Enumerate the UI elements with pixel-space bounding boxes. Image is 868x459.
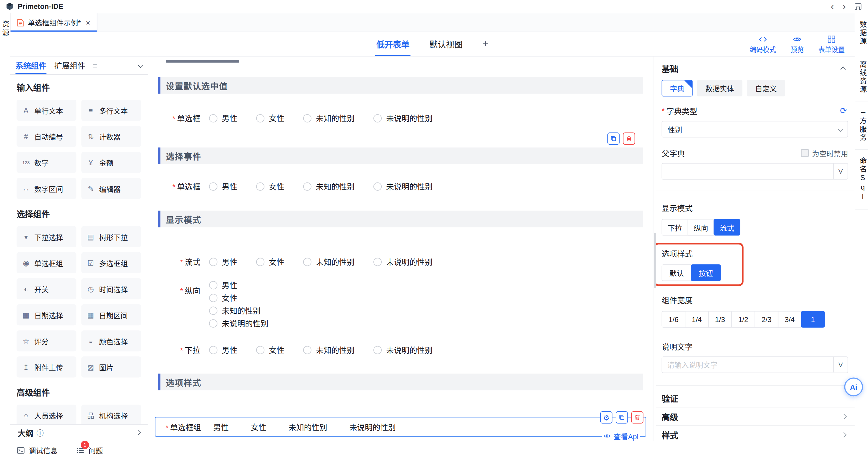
radio-field-row[interactable]: *单选框 男性 女性 未知的性别 未说明的性别 [158,109,643,127]
dict-type-select[interactable]: 性别 [662,121,848,138]
radio-option[interactable]: 未说明的性别 [373,113,433,124]
palette-item-number-range[interactable]: ⇔数字区间 [17,178,76,199]
resources-rail-label[interactable]: 资源 [0,20,11,37]
radio-option[interactable]: 未知的性别 [303,113,354,124]
outline-toggle[interactable]: 大纲 ⓘ [10,424,148,441]
radio-field-row-dropdown[interactable]: *下拉 男性 女性 未知的性别 未说明的性别 [158,341,643,359]
display-mode-flow-button[interactable]: 流式 [714,219,740,235]
variable-button[interactable]: V [833,357,848,372]
tab-system-components[interactable]: 系统组件 [16,56,46,74]
advanced-section-header[interactable]: 高级 [662,407,848,425]
width-full-button[interactable]: 1 [801,311,825,328]
palette-item-tree-dropdown[interactable]: ▤树形下拉 [81,226,141,247]
option-label[interactable]: 未知的性别 [288,422,327,432]
palette-item-multi-line-text[interactable]: ≡多行文本 [81,100,141,121]
menu-icon[interactable]: ≡ [93,56,97,74]
palette-item-checkbox-group[interactable]: ☑多选框组 [81,252,141,273]
copy-button[interactable] [616,411,628,424]
forward-icon[interactable]: › [843,2,846,10]
rail-item-datasource[interactable]: 数据源 [855,13,868,53]
debug-info-button[interactable]: 调试信息 [17,445,58,455]
add-view-button[interactable]: + [483,32,488,56]
radio-option[interactable]: 男性 [209,344,237,355]
radio-option[interactable]: 女性 [256,113,284,124]
palette-item-amount[interactable]: ¥金额 [81,152,141,173]
palette-item-image[interactable]: ▨图片 [81,356,141,377]
preview-button[interactable]: 预览 [790,35,804,54]
help-text-input[interactable] [662,357,833,372]
palette-item-radio-group[interactable]: ◉单选框组 [17,252,76,273]
radio-option[interactable]: 女性 [209,292,237,303]
scrollbar-thumb[interactable] [654,233,656,288]
option-style-default-button[interactable]: 默认 [662,264,692,281]
radio-option[interactable]: 女性 [256,256,284,267]
rail-item-third-party-services[interactable]: 三方服务 [855,102,868,150]
palette-item-date-picker[interactable]: ▦日期选择 [17,304,76,325]
palette-item-time-picker[interactable]: ◷时间选择 [81,278,141,299]
option-label[interactable]: 男性 [213,422,229,432]
save-icon[interactable] [855,3,861,9]
width-1-2-button[interactable]: 1/2 [731,311,755,328]
palette-item-counter[interactable]: ⇅计数器 [81,126,141,147]
radio-option[interactable]: 未说明的性别 [373,256,433,267]
rail-item-offline-resources[interactable]: 离线资源 [855,53,868,102]
width-3-4-button[interactable]: 3/4 [778,311,802,328]
basic-section-header[interactable]: 基础 [662,60,848,76]
radio-option[interactable]: 女性 [256,344,284,355]
ai-assistant-button[interactable]: Ai [844,377,863,396]
selected-component[interactable]: *单选框组 男性 女性 未知的性别 未说明的性别 ⚙ [155,417,646,437]
radio-option[interactable]: 男性 [209,256,237,267]
width-2-3-button[interactable]: 2/3 [754,311,778,328]
validate-section-header[interactable]: 验证 [662,389,848,407]
width-1-4-button[interactable]: 1/4 [685,311,709,328]
width-1-3-button[interactable]: 1/3 [708,311,732,328]
parent-dict-input[interactable] [662,164,833,179]
radio-option[interactable]: 男性 [209,280,237,290]
settings-button[interactable]: ⚙ [600,411,613,424]
tab-low-code-form[interactable]: 低开表单 [376,32,409,56]
palette-item-dropdown-select[interactable]: ▾下拉选择 [17,226,76,247]
radio-option[interactable]: 未知的性别 [209,305,260,316]
palette-item-auto-number[interactable]: #自动编号 [17,126,76,147]
document-tab[interactable]: 单选框组件示例* × [10,13,97,32]
problems-button[interactable]: 1 问题 [76,445,103,455]
option-style-button-button[interactable]: 按钮 [691,264,721,281]
tab-custom[interactable]: 自定义 [747,80,785,96]
tab-data-entity[interactable]: 数据实体 [697,80,742,96]
palette-item-editor[interactable]: ✎编辑器 [81,178,141,199]
delete-button[interactable] [623,133,635,145]
palette-item-attachment-upload[interactable]: ↥附件上传 [17,356,76,377]
radio-option[interactable]: 未说明的性别 [373,181,433,192]
radio-field-row-vertical[interactable]: *纵向 男性 女性 未知的性别 未说明的性别 [158,280,643,329]
radio-option[interactable]: 男性 [209,113,237,124]
display-mode-dropdown-button[interactable]: 下拉 [662,219,688,235]
rail-item-named-sql[interactable]: 命名Sql [855,150,868,209]
palette-item-single-line-text[interactable]: A单行文本 [17,100,76,121]
close-icon[interactable]: × [86,18,90,27]
back-icon[interactable]: ‹ [831,2,834,10]
radio-option[interactable]: 未说明的性别 [209,318,268,328]
copy-button[interactable] [608,133,620,145]
radio-option[interactable]: 女性 [256,181,284,192]
radio-option[interactable]: 未说明的性别 [373,344,433,355]
checkbox-icon[interactable] [801,149,809,157]
radio-option[interactable]: 未知的性别 [303,344,354,355]
option-label[interactable]: 女性 [251,422,266,432]
refresh-icon[interactable]: ⟳ [840,106,847,116]
width-1-6-button[interactable]: 1/6 [662,311,686,328]
collapse-palette-button[interactable] [138,56,142,74]
tab-default-view[interactable]: 默认视图 [429,32,462,56]
radio-option[interactable]: 未知的性别 [303,181,354,192]
style-section-header[interactable]: 样式 [662,426,848,443]
radio-option[interactable]: 男性 [209,181,237,192]
palette-item-switch[interactable]: ◐开关 [17,278,76,299]
view-api-link[interactable]: 查看Api [602,431,640,441]
radio-field-row[interactable]: *单选框 男性 女性 未知的性别 未说明的性别 [158,177,643,195]
display-mode-vertical-button[interactable]: 纵向 [688,219,714,235]
form-settings-button[interactable]: 表单设置 [818,35,845,54]
palette-item-number[interactable]: 123数字 [17,152,76,173]
tab-extension-components[interactable]: 扩展组件 [54,56,85,74]
palette-item-date-range[interactable]: ▦日期区间 [81,304,141,325]
option-label[interactable]: 未说明的性别 [349,422,396,432]
palette-item-color-picker[interactable]: ◒颜色选择 [81,331,141,351]
